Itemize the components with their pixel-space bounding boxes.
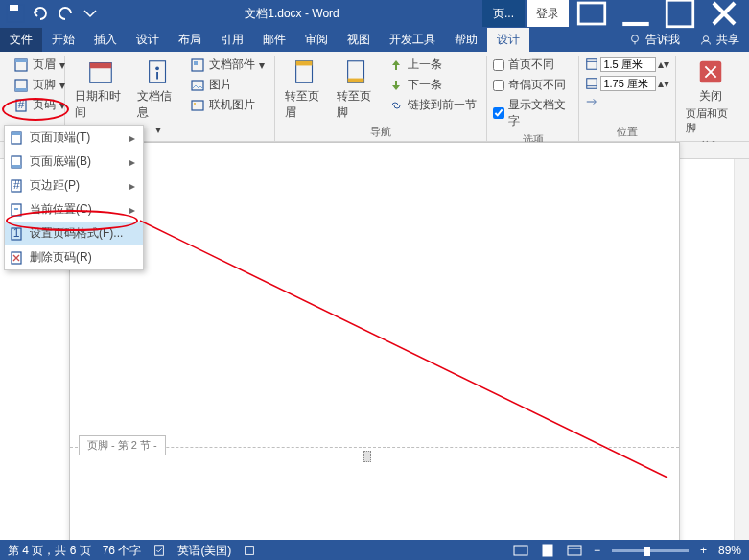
different-odd-even-checkbox[interactable]: 奇偶页不同 (493, 76, 573, 94)
tab-references[interactable]: 引用 (211, 28, 253, 52)
word-count[interactable]: 76 个字 (103, 543, 142, 559)
language-indicator[interactable]: 英语(美国) (177, 543, 231, 559)
web-layout-icon (567, 544, 582, 557)
svg-rect-30 (587, 79, 597, 89)
redo-icon (54, 2, 77, 25)
svg-point-5 (632, 35, 639, 41)
quick-parts-button[interactable]: 文档部件▾ (186, 56, 269, 74)
zoom-slider[interactable] (612, 549, 689, 552)
header-distance-input[interactable] (600, 57, 656, 72)
view-web-layout[interactable] (567, 544, 582, 557)
ribbon-options-icon (571, 0, 613, 35)
view-print-layout[interactable] (540, 544, 555, 557)
tab-header-footer-design[interactable]: 设计 (487, 28, 529, 52)
remove-numbers-icon (9, 250, 24, 266)
tab-developer[interactable]: 开发工具 (380, 28, 445, 52)
page-number-field-placeholder[interactable] (363, 451, 371, 462)
chevron-right-icon: ▸ (129, 179, 135, 193)
page-number-button[interactable]: #页码▾ (10, 96, 69, 114)
menu-top-of-page[interactable]: 页面顶端(T)▸ (5, 126, 143, 150)
menu-current-position[interactable]: 当前位置(C)▸ (5, 198, 143, 222)
menu-format-page-numbers[interactable]: 1设置页码格式(F)... (5, 222, 143, 245)
tab-insert[interactable]: 插入 (84, 28, 127, 52)
tab-help[interactable]: 帮助 (445, 28, 487, 52)
footer-distance-input[interactable] (600, 76, 656, 91)
header-distance-icon (585, 58, 598, 71)
spinner-icon[interactable]: ▴▾ (658, 58, 669, 71)
svg-rect-48 (543, 545, 552, 556)
show-doc-text-input[interactable] (493, 107, 504, 119)
tab-view[interactable]: 视图 (338, 28, 380, 52)
different-first-page-input[interactable] (493, 59, 504, 71)
svg-point-7 (703, 35, 708, 40)
different-odd-even-input[interactable] (493, 80, 504, 91)
maximize-button[interactable] (659, 0, 701, 27)
view-read-mode[interactable] (513, 544, 528, 557)
arrow-up-icon (388, 58, 404, 73)
goto-footer-icon (342, 58, 371, 86)
quick-parts-label: 文档部件 (209, 57, 255, 73)
previous-section-button[interactable]: 上一条 (385, 56, 480, 74)
share-icon (699, 34, 713, 47)
svg-point-23 (194, 103, 196, 105)
chevron-down-icon: ▾ (155, 123, 161, 136)
svg-rect-15 (89, 63, 111, 69)
spinner-icon[interactable]: ▴▾ (658, 77, 669, 90)
minimize-button[interactable] (615, 0, 657, 27)
pictures-button[interactable]: 图片 (186, 76, 269, 94)
close-header-footer-button[interactable]: 关闭页眉和页脚 (682, 56, 739, 137)
footer-button[interactable]: 页脚▾ (10, 76, 69, 94)
svg-point-17 (155, 66, 159, 70)
tab-review[interactable]: 审阅 (295, 28, 338, 52)
different-first-page-checkbox[interactable]: 首页不同 (493, 56, 573, 74)
save-button[interactable] (4, 2, 27, 25)
zoom-in-button[interactable]: + (700, 544, 707, 557)
menu-page-margins[interactable]: #页边距(P)▸ (5, 174, 143, 198)
tab-layout[interactable]: 布局 (169, 28, 211, 52)
redo-button[interactable] (54, 2, 77, 25)
next-section-button[interactable]: 下一条 (385, 76, 480, 94)
svg-text:1: 1 (13, 226, 20, 240)
header-footer-context-tag[interactable]: 页... (482, 0, 525, 27)
share-button[interactable]: 共享 (690, 28, 749, 52)
window-title: 文档1.docx - Word (102, 6, 482, 22)
header-button[interactable]: 页眉▾ (10, 56, 69, 74)
chevron-right-icon: ▸ (129, 155, 135, 169)
page-indicator[interactable]: 第 4 页，共 6 页 (8, 543, 91, 559)
zoom-slider-thumb[interactable] (644, 547, 650, 556)
tab-design[interactable]: 设计 (127, 28, 169, 52)
goto-header-button[interactable]: 转至页眉 (281, 56, 329, 123)
title-bar: 文档1.docx - Word 页... 登录 (0, 0, 749, 27)
insert-align-tab-button[interactable] (585, 94, 669, 109)
title-bar-right: 页... 登录 (482, 0, 745, 27)
chevron-down-icon (79, 2, 102, 25)
goto-footer-button[interactable]: 转至页脚 (333, 56, 381, 123)
login-button[interactable]: 登录 (527, 0, 569, 27)
tab-mailings[interactable]: 邮件 (253, 28, 295, 52)
ribbon-display-options[interactable] (571, 0, 613, 27)
svg-rect-11 (15, 88, 27, 91)
doc-info-label: 文档信息 (137, 88, 178, 121)
page-surface[interactable] (69, 142, 680, 540)
menu-bottom-of-page[interactable]: 页面底端(B)▸ (5, 150, 143, 174)
next-label: 下一条 (408, 77, 442, 93)
show-doc-text-checkbox[interactable]: 显示文档文字 (493, 96, 573, 130)
tab-home[interactable]: 开始 (42, 28, 84, 52)
zoom-percentage[interactable]: 89% (718, 544, 741, 557)
zoom-out-button[interactable]: − (594, 544, 600, 557)
tab-file[interactable]: 文件 (0, 28, 42, 52)
qat-customize[interactable] (79, 2, 102, 25)
vertical-scrollbar[interactable] (734, 159, 749, 540)
online-pictures-button[interactable]: 联机图片 (186, 96, 269, 114)
link-previous-button[interactable]: 链接到前一节 (385, 96, 480, 114)
svg-rect-4 (667, 0, 693, 27)
proofing-button[interactable] (152, 544, 166, 557)
macro-recording-button[interactable] (243, 544, 256, 557)
tell-me[interactable]: 告诉我 (619, 28, 690, 52)
menu-margins-label: 页边距(P) (30, 177, 80, 194)
menu-remove-page-numbers[interactable]: 删除页码(R) (5, 245, 143, 269)
close-button[interactable] (703, 0, 745, 27)
svg-rect-21 (192, 81, 203, 90)
undo-button[interactable] (29, 2, 52, 25)
svg-rect-34 (12, 132, 21, 135)
